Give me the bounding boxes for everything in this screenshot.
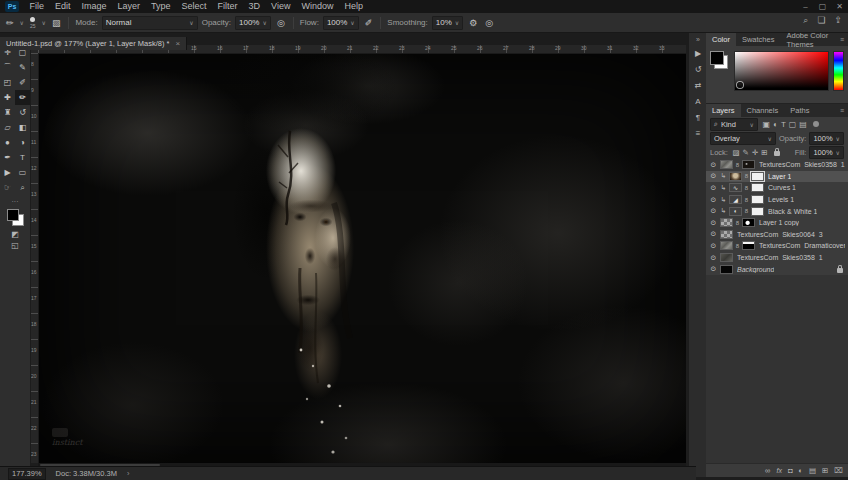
pressure-size-icon[interactable]: ◎	[483, 18, 495, 28]
layer-row[interactable]: ⊙↳∿8Curves 1	[706, 182, 848, 194]
tool-preset-caret-icon[interactable]: ∨	[20, 19, 24, 26]
menu-filter[interactable]: Filter	[212, 0, 243, 13]
timeline-panel-icon[interactable]: ⇄	[689, 77, 707, 93]
mask-link-icon[interactable]: 8	[744, 208, 749, 214]
layer-mask-thumbnail[interactable]	[742, 241, 755, 250]
tool-preset-brush-icon[interactable]: ✏	[4, 18, 16, 28]
smoothing-select[interactable]: 10% ∨	[432, 16, 463, 30]
shape-tool[interactable]: ▭	[15, 165, 30, 180]
filter-type-layers-icon[interactable]: T	[779, 120, 787, 129]
layer-thumbnail[interactable]: ∿	[729, 183, 742, 192]
layer-thumbnail[interactable]	[720, 218, 733, 227]
menu-image[interactable]: Image	[76, 0, 112, 13]
document-tab[interactable]: Untitled-1.psd @ 177% (Layer 1, Layer Ma…	[0, 37, 187, 50]
gradient-tool[interactable]: ◧	[15, 120, 30, 135]
lock-all-icon[interactable]	[774, 151, 780, 156]
dodge-tool[interactable]: ◑	[15, 135, 30, 150]
minimize-button[interactable]: –	[797, 0, 814, 13]
color-panel-swatches[interactable]	[710, 51, 730, 71]
brush-tool[interactable]: ✏	[15, 90, 30, 105]
lock-position-icon[interactable]: ✛	[750, 148, 759, 157]
airbrush-icon[interactable]: ✐	[363, 18, 375, 28]
layer-row[interactable]: ⊙Background	[706, 263, 848, 275]
menu-edit[interactable]: Edit	[50, 0, 77, 13]
foreground-color-swatch[interactable]	[7, 209, 19, 221]
layer-row[interactable]: ⊙8Layer 1 copy	[706, 217, 848, 229]
healing-brush-tool[interactable]: ✚	[0, 90, 15, 105]
color-tab-adobe-color-themes[interactable]: Adobe Color Themes	[780, 33, 839, 46]
quick-selection-tool[interactable]: ✎	[15, 60, 30, 75]
history-panel-icon[interactable]: ↺	[689, 61, 707, 77]
new-layer-icon[interactable]: ⊞	[822, 466, 828, 475]
filtering-toggle[interactable]	[813, 121, 819, 127]
menu-help[interactable]: Help	[339, 0, 369, 13]
layer-row[interactable]: ⊙8TexturesCom_DramaticovercastSk...	[706, 240, 848, 252]
blur-tool[interactable]: ●	[0, 135, 15, 150]
paragraph-styles-panel-icon[interactable]: ≡	[689, 125, 707, 141]
history-brush-tool[interactable]: ↺	[15, 105, 30, 120]
edit-toolbar-icon[interactable]: ···	[12, 198, 19, 205]
paragraph-panel-icon[interactable]: ¶	[689, 109, 707, 125]
layer-mask-thumbnail[interactable]	[751, 195, 764, 204]
share-icon[interactable]: ⇪	[834, 15, 842, 26]
layer-thumbnail[interactable]	[720, 253, 733, 262]
foreground-color-swatch[interactable]	[710, 51, 724, 65]
delete-layer-icon[interactable]: ⌧	[834, 466, 843, 475]
layer-thumbnail[interactable]: ◢	[729, 195, 742, 204]
layer-row[interactable]: ⊙TexturesCom_Skies0358_1_M	[706, 252, 848, 264]
mask-link-icon[interactable]: 8	[744, 173, 749, 179]
toolbar-color-swatches[interactable]	[7, 209, 24, 226]
layer-mask-thumbnail[interactable]	[742, 160, 755, 169]
layer-thumbnail[interactable]	[720, 230, 733, 239]
filter-kind-select[interactable]: ⌕ Kind ∨	[710, 118, 758, 131]
mode-select[interactable]: Normal ∨	[102, 16, 198, 30]
canvas[interactable]: instinct	[38, 53, 686, 463]
type-tool[interactable]: T	[15, 150, 30, 165]
layer-thumbnail[interactable]	[720, 241, 733, 250]
layer-mask-thumbnail[interactable]	[751, 207, 764, 216]
mask-link-icon[interactable]: 8	[735, 243, 740, 249]
mask-link-icon[interactable]: 8	[744, 185, 749, 191]
color-tab-color[interactable]: Color	[706, 33, 736, 46]
layer-opacity-select[interactable]: 100% ∨	[809, 132, 844, 145]
layer-mask-thumbnail[interactable]	[751, 183, 764, 192]
crop-tool[interactable]: ◰	[0, 75, 15, 90]
menu-view[interactable]: View	[266, 0, 296, 13]
visibility-eye-icon[interactable]: ⊙	[709, 196, 718, 204]
zoom-level-field[interactable]: 177.39%	[8, 468, 46, 480]
color-tab-swatches[interactable]: Swatches	[736, 33, 781, 46]
layer-row[interactable]: ⊙↳◢8Levels 1	[706, 194, 848, 206]
flow-select[interactable]: 100% ∨	[323, 16, 359, 30]
layer-row[interactable]: ⊙8TexturesCom_Skies0358_1_M	[706, 159, 848, 171]
menu-layer[interactable]: Layer	[112, 0, 146, 13]
layer-row[interactable]: ⊙TexturesCom_Skies0064_3_alphamasked_S	[706, 229, 848, 241]
layers-panel-menu-icon[interactable]: ≡	[840, 104, 848, 117]
visibility-eye-icon[interactable]: ⊙	[709, 265, 718, 273]
visibility-eye-icon[interactable]: ⊙	[709, 184, 718, 192]
layer-name[interactable]: Black & White 1	[768, 208, 817, 215]
layer-mask-thumbnail[interactable]	[742, 218, 755, 227]
path-select-tool[interactable]: ▶	[0, 165, 15, 180]
menu-select[interactable]: Select	[176, 0, 212, 13]
search-icon[interactable]: ⌕	[803, 15, 808, 26]
menu-file[interactable]: File	[24, 0, 50, 13]
layers-tab-layers[interactable]: Layers	[706, 104, 741, 117]
lasso-tool[interactable]: ⌒	[0, 60, 15, 75]
fill-select[interactable]: 100% ∨	[809, 146, 844, 159]
quick-mask-icon[interactable]: ◩	[11, 230, 19, 239]
smoothing-gear-icon[interactable]: ⚙	[467, 18, 479, 28]
lock-pixels-icon[interactable]: ✎	[741, 148, 750, 157]
menu-window[interactable]: Window	[296, 0, 339, 13]
color-panel-menu-icon[interactable]: ≡	[840, 33, 848, 46]
layer-thumbnail[interactable]: ◐	[729, 207, 742, 216]
expand-panels-icon[interactable]: »	[689, 33, 707, 45]
add-mask-icon[interactable]: ◘	[788, 466, 793, 475]
visibility-eye-icon[interactable]: ⊙	[709, 172, 718, 180]
close-button[interactable]: ✕	[831, 0, 848, 13]
layer-name[interactable]: TexturesCom_Skies0064_3_alphamasked_S	[737, 231, 823, 238]
layer-name[interactable]: Levels 1	[768, 196, 794, 203]
lock-artboard-icon[interactable]: ⊞	[760, 148, 769, 157]
layer-thumbnail[interactable]	[720, 160, 733, 169]
brush-preset-picker[interactable]: 25	[28, 17, 38, 29]
layer-name[interactable]: TexturesCom_Skies0358_1_M	[737, 254, 823, 261]
